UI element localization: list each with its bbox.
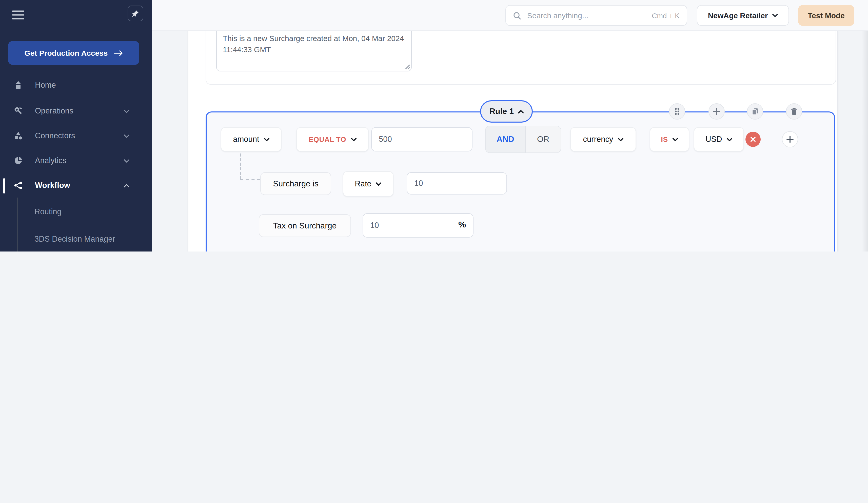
analytics-pie-icon — [14, 156, 23, 165]
sidebar-item-label: Operations — [35, 106, 73, 115]
rule1-surcharge-type-dropdown[interactable]: Rate — [343, 171, 393, 196]
test-mode-badge[interactable]: Test Mode — [798, 5, 854, 26]
sidebar-item-label: Analytics — [35, 156, 66, 165]
operations-wrench-icon — [14, 106, 23, 115]
sidebar-item-label: Workflow — [35, 181, 70, 190]
rule1-delete-button[interactable] — [786, 103, 802, 120]
connectors-shapes-icon — [14, 131, 23, 140]
rule1-pill-label: Rule 1 — [489, 107, 514, 116]
rule1-operator2-dropdown[interactable]: IS — [650, 127, 689, 152]
rule1-surcharge-is-label: Surcharge is — [260, 172, 331, 195]
app-screen: This is a new Surcharge created at Mon, … — [0, 0, 868, 252]
trash-icon — [790, 107, 798, 115]
textarea-resize-grip[interactable] — [404, 63, 411, 70]
chevron-down-icon — [124, 131, 130, 140]
rule1-drag-handle[interactable] — [669, 103, 685, 120]
sidebar-item-connectors[interactable]: Connectors — [0, 124, 152, 147]
merchant-name: NewAge Retailer — [708, 11, 768, 20]
rule1-connector-horizontal — [240, 179, 260, 180]
search-shortcut-hint: Cmd + K — [652, 11, 680, 20]
rule-1-pill[interactable]: Rule 1 — [480, 100, 533, 123]
sidebar-subitem-routing[interactable]: Routing — [28, 200, 142, 223]
sidebar-item-label: Home — [35, 81, 56, 90]
rule1-remove-condition-button[interactable] — [745, 132, 761, 147]
chevron-down-icon — [672, 137, 678, 141]
rule1-currency-label: USD — [705, 135, 722, 144]
rule1-add-condition-button[interactable] — [782, 131, 798, 147]
rule1-field2-label: currency — [583, 135, 613, 144]
scrollbar-track[interactable] — [862, 31, 868, 252]
cta-label: Get Production Access — [24, 49, 108, 57]
rule1-percent-suffix: % — [458, 220, 466, 230]
rule1-operator-label: EQUAL TO — [309, 135, 346, 143]
arrow-right-icon — [114, 50, 123, 56]
rule1-duplicate-button[interactable] — [747, 103, 763, 120]
rule1-operator-dropdown[interactable]: EQUAL TO — [296, 127, 369, 152]
sidebar-item-label: Connectors — [35, 131, 75, 140]
search-input[interactable] — [526, 11, 647, 20]
chevron-down-icon — [727, 137, 732, 141]
rule1-tax-value-input[interactable] — [363, 213, 474, 238]
workflow-share-icon — [14, 181, 23, 190]
pin-icon — [132, 10, 139, 17]
rule1-field2-dropdown[interactable]: currency — [570, 127, 636, 152]
rule1-amount-value-input[interactable] — [371, 127, 473, 152]
chevron-down-icon — [376, 182, 382, 186]
rule1-connector-vertical — [240, 153, 241, 179]
rule1-currency-dropdown[interactable]: USD — [694, 127, 744, 152]
workflow-subtree-line — [17, 197, 18, 252]
rule1-field-dropdown[interactable]: amount — [221, 127, 281, 152]
sidebar-subitem-3ds-decision-manager[interactable]: 3DS Decision Manager — [28, 227, 142, 250]
chevron-down-icon — [264, 137, 269, 141]
merchant-selector[interactable]: NewAge Retailer — [697, 5, 789, 26]
chevron-down-icon — [124, 156, 130, 165]
chevron-down-icon — [618, 137, 623, 141]
sidebar-item-home[interactable]: Home — [0, 73, 152, 97]
plus-icon — [786, 136, 794, 143]
home-icon — [14, 81, 23, 90]
sidebar-item-operations[interactable]: Operations — [0, 99, 152, 123]
active-section-indicator — [3, 178, 5, 194]
chevron-up-icon — [124, 181, 130, 190]
chevron-down-icon — [351, 137, 356, 141]
menu-hamburger-icon[interactable] — [12, 10, 24, 20]
chevron-down-icon — [124, 106, 130, 115]
rule1-tax-label: Tax on Surcharge — [259, 214, 351, 237]
rule1-and-segment[interactable]: AND — [486, 126, 526, 153]
rule1-surcharge-type-label: Rate — [355, 179, 371, 188]
chevron-down-icon — [772, 14, 778, 17]
rule1-or-segment[interactable]: OR — [526, 126, 561, 153]
get-production-access-button[interactable]: Get Production Access — [8, 41, 139, 65]
search-icon — [513, 11, 521, 20]
plus-icon — [713, 108, 720, 115]
rule1-operator2-label: IS — [661, 135, 668, 143]
sidebar-item-analytics[interactable]: Analytics — [0, 149, 152, 172]
sidebar-pin-button[interactable] — [128, 6, 143, 21]
rule1-add-rule-button[interactable] — [709, 103, 725, 120]
chevron-up-icon — [518, 110, 523, 113]
close-icon — [750, 136, 756, 142]
global-search[interactable]: Cmd + K — [505, 5, 687, 26]
rule1-logic-toggle: AND OR — [485, 126, 561, 153]
drag-dots-icon — [674, 107, 680, 115]
rule1-field-label: amount — [233, 135, 259, 144]
rule1-surcharge-value-input[interactable] — [407, 172, 507, 195]
sidebar-item-workflow[interactable]: Workflow — [0, 174, 152, 197]
copy-icon — [751, 107, 759, 115]
